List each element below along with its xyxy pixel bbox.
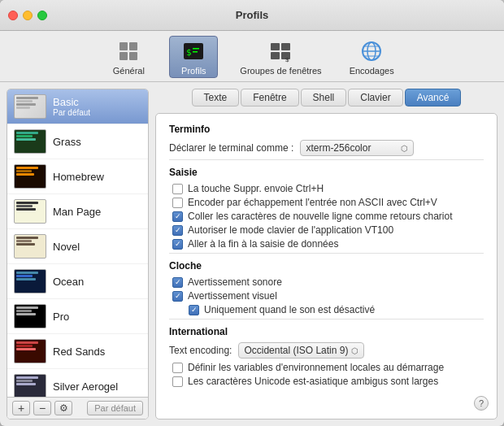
section-international: International — [169, 326, 484, 337]
profile-name-grass: Grass — [53, 136, 81, 148]
terminfo-row: Déclarer le terminal comme : xterm-256co… — [169, 140, 484, 156]
checkbox-aller[interactable]: Aller à la fin à la saisie de données — [169, 238, 484, 250]
titlebar: Profils — [0, 0, 504, 31]
tab-avance[interactable]: Avancé — [405, 89, 462, 106]
checkbox-sonore-label: Avertissement sonore — [188, 276, 282, 288]
checkbox-unicode-input[interactable] — [172, 376, 183, 387]
profile-info-ocean: Ocean — [53, 276, 84, 288]
checkbox-autoriser[interactable]: Autoriser le mode clavier de l'applicati… — [169, 224, 484, 236]
profile-item-homebrew[interactable]: Homebrew — [7, 159, 148, 194]
checkbox-coller[interactable]: Coller les caractères de nouvelle ligne … — [169, 211, 484, 222]
section-saisie: Saisie — [169, 167, 484, 178]
tab-texte[interactable]: Texte — [192, 89, 240, 106]
profile-item-silveraerogel[interactable]: Silver Aerogel — [7, 369, 148, 397]
set-default-button[interactable]: Par défaut — [87, 401, 143, 415]
tab-clavier[interactable]: Clavier — [348, 89, 402, 106]
encoding-select[interactable]: Occidental (ISO Latin 9) ⬡ — [238, 342, 364, 359]
encoding-arrow-icon: ⬡ — [351, 346, 358, 355]
tab-fenetre[interactable]: Fenêtre — [241, 89, 298, 106]
checkbox-suppr-label: La touche Suppr. envoie Ctrl+H — [188, 183, 324, 194]
divider-2 — [169, 253, 484, 254]
checkbox-sonore-input[interactable] — [172, 277, 183, 288]
checkbox-encoder-input[interactable] — [172, 198, 183, 208]
profile-item-pro[interactable]: Pro — [7, 299, 148, 334]
profile-name-homebrew: Homebrew — [53, 171, 104, 183]
profile-item-manpage[interactable]: Man Page — [7, 194, 148, 229]
profile-thumb-basic — [14, 94, 46, 119]
profils-label: Profils — [181, 66, 206, 76]
svg-rect-3 — [129, 52, 137, 60]
groupes-icon: $ — [267, 38, 293, 64]
checkbox-visuel[interactable]: Avertissement visuel — [169, 290, 484, 302]
profile-name-basic: Basic — [53, 96, 90, 108]
profile-info-homebrew: Homebrew — [53, 171, 104, 183]
profile-info-redsands: Red Sands — [53, 346, 105, 358]
svg-text:$: $ — [186, 47, 192, 58]
profile-sub-basic: Par défaut — [53, 108, 90, 117]
profils-icon: $ — [180, 38, 206, 64]
checkbox-uniquement[interactable]: Uniquement quand le son est désactivé — [169, 304, 484, 315]
general-label: Général — [113, 66, 145, 76]
profile-item-ocean[interactable]: Ocean — [7, 264, 148, 299]
checkbox-sonore[interactable]: Avertissement sonore — [169, 276, 484, 288]
close-button[interactable] — [8, 11, 18, 20]
checkbox-visuel-input[interactable] — [172, 291, 183, 302]
divider-3 — [169, 319, 484, 320]
checkbox-suppr[interactable]: La touche Suppr. envoie Ctrl+H — [169, 183, 484, 194]
minimize-button[interactable] — [23, 11, 33, 20]
profile-name-novel: Novel — [53, 241, 80, 253]
encoding-value: Occidental (ISO Latin 9) — [244, 345, 348, 356]
checkbox-autoriser-input[interactable] — [172, 225, 183, 236]
profile-info-grass: Grass — [53, 136, 81, 148]
profile-thumb-pro — [14, 304, 46, 328]
traffic-lights — [8, 11, 47, 20]
tab-shell[interactable]: Shell — [301, 89, 347, 106]
checkbox-uniquement-label: Uniquement quand le son est désactivé — [204, 304, 375, 315]
toolbar-profils[interactable]: $ Profils — [169, 36, 218, 78]
general-icon — [115, 38, 141, 64]
checkbox-autoriser-label: Autoriser le mode clavier de l'applicati… — [188, 224, 393, 236]
help-button[interactable]: ? — [474, 396, 489, 411]
checkbox-coller-label: Coller les caractères de nouvelle ligne … — [188, 211, 452, 222]
checkbox-uniquement-input[interactable] — [189, 305, 199, 315]
svg-rect-8 — [271, 43, 280, 50]
profile-item-basic[interactable]: Basic Par défaut — [7, 89, 148, 124]
checkbox-definir[interactable]: Définir les variables d'environnement lo… — [169, 362, 484, 373]
divider-1 — [169, 159, 484, 160]
svg-rect-7 — [193, 51, 198, 53]
profile-thumb-silveraerogel — [14, 374, 46, 397]
section-terminfo: Terminfo — [169, 124, 484, 135]
profile-info-basic: Basic Par défaut — [53, 96, 90, 117]
profile-name-manpage: Man Page — [53, 206, 101, 218]
svg-rect-1 — [129, 42, 137, 50]
checkbox-encoder[interactable]: Encoder par échappement l'entrée non ASC… — [169, 197, 484, 208]
toolbar-encodages[interactable]: Encodages — [344, 36, 400, 78]
checkbox-coller-input[interactable] — [172, 211, 183, 222]
profile-item-novel[interactable]: Novel — [7, 229, 148, 264]
profile-info-novel: Novel — [53, 241, 80, 253]
profile-list: Basic Par défaut Grass — [7, 89, 148, 397]
main-content: Basic Par défaut Grass — [0, 82, 504, 426]
checkbox-unicode[interactable]: Les caractères Unicode est-asiatique amb… — [169, 376, 484, 387]
right-panel: Texte Fenêtre Shell Clavier Avancé Termi… — [155, 89, 497, 419]
toolbar-general[interactable]: Général — [104, 36, 153, 78]
checkbox-suppr-input[interactable] — [172, 184, 183, 194]
encoding-label: Text encoding: — [169, 345, 232, 356]
add-profile-button[interactable]: + — [12, 401, 30, 415]
profile-thumb-redsands — [14, 339, 46, 363]
svg-rect-10 — [271, 52, 280, 59]
profile-name-ocean: Ocean — [53, 276, 84, 288]
checkbox-definir-input[interactable] — [172, 363, 183, 373]
maximize-button[interactable] — [37, 11, 47, 20]
svg-rect-6 — [193, 48, 199, 50]
profile-item-grass[interactable]: Grass — [7, 124, 148, 159]
toolbar: Général $ Profils $ — [0, 31, 504, 82]
remove-profile-button[interactable]: − — [33, 401, 51, 415]
profile-info-pro: Pro — [53, 311, 69, 323]
profile-item-redsands[interactable]: Red Sands — [7, 334, 148, 369]
profile-gear-button[interactable]: ⚙ — [54, 401, 72, 415]
terminal-type-select[interactable]: xterm-256color ⬡ — [300, 140, 414, 156]
toolbar-groupes[interactable]: $ Groupes de fenêtres — [234, 36, 327, 78]
declare-label: Déclarer le terminal comme : — [169, 142, 293, 154]
checkbox-aller-input[interactable] — [172, 239, 183, 250]
